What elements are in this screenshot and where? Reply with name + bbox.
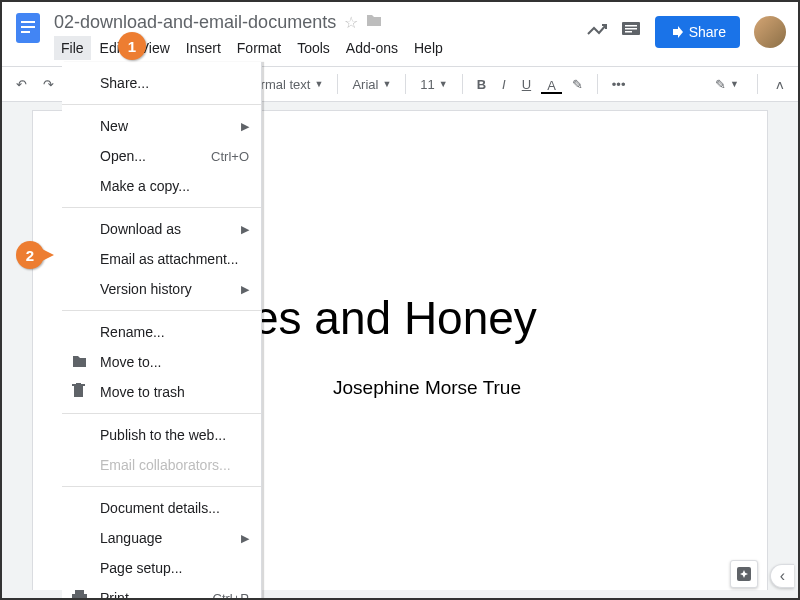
menu-new[interactable]: New▶: [62, 111, 261, 141]
more-button[interactable]: •••: [606, 73, 632, 96]
menu-move-to-trash[interactable]: Move to trash: [62, 377, 261, 407]
menu-email-attachment[interactable]: Email as attachment...: [62, 244, 261, 274]
text-color-button[interactable]: A: [541, 75, 562, 94]
file-menu-dropdown: Share... New▶ Open...Ctrl+O Make a copy.…: [62, 62, 262, 600]
menu-publish[interactable]: Publish to the web...: [62, 420, 261, 450]
editing-mode-select[interactable]: ✎▼: [709, 73, 745, 96]
svg-rect-6: [625, 28, 637, 30]
redo-button[interactable]: ↷: [37, 73, 60, 96]
menu-print[interactable]: PrintCtrl+P: [62, 583, 261, 600]
svg-rect-7: [625, 31, 632, 33]
menu-email-collaborators: Email collaborators...: [62, 450, 261, 480]
menu-format[interactable]: Format: [230, 36, 288, 60]
trash-icon: [72, 383, 85, 401]
share-label: Share: [689, 24, 726, 40]
svg-rect-3: [21, 31, 30, 33]
comment-icon[interactable]: [621, 21, 641, 44]
avatar[interactable]: [754, 16, 786, 48]
menu-rename[interactable]: Rename...: [62, 317, 261, 347]
menu-insert[interactable]: Insert: [179, 36, 228, 60]
svg-rect-10: [76, 383, 81, 385]
menu-help[interactable]: Help: [407, 36, 450, 60]
menu-open[interactable]: Open...Ctrl+O: [62, 141, 261, 171]
docs-logo-icon[interactable]: [10, 10, 46, 58]
svg-rect-11: [75, 590, 84, 594]
menu-move-to[interactable]: Move to...: [62, 347, 261, 377]
menu-make-copy[interactable]: Make a copy...: [62, 171, 261, 201]
share-button[interactable]: Share: [655, 16, 740, 48]
activity-icon[interactable]: [587, 22, 607, 43]
font-select[interactable]: Arial▼: [346, 73, 397, 96]
undo-button[interactable]: ↶: [10, 73, 33, 96]
menu-page-setup[interactable]: Page setup...: [62, 553, 261, 583]
collapse-toolbar-button[interactable]: ʌ: [770, 73, 790, 96]
folder-icon[interactable]: [366, 13, 382, 31]
side-panel-toggle[interactable]: ‹: [770, 564, 794, 588]
folder-icon: [72, 354, 87, 371]
explore-button[interactable]: [730, 560, 758, 588]
font-size-select[interactable]: 11▼: [414, 73, 453, 96]
svg-rect-5: [625, 25, 637, 27]
print-icon: [72, 590, 87, 601]
svg-rect-12: [72, 594, 87, 600]
page-title-text: es and Honey: [253, 291, 747, 345]
document-title[interactable]: 02-download-and-email-documents: [54, 12, 336, 33]
callout-1: 1: [118, 32, 146, 60]
menu-download-as[interactable]: Download as▶: [62, 214, 261, 244]
menu-document-details[interactable]: Document details...: [62, 493, 261, 523]
menu-version-history[interactable]: Version history▶: [62, 274, 261, 304]
menu-tools[interactable]: Tools: [290, 36, 337, 60]
page-subtitle-text: Josephine Morse True: [333, 377, 747, 399]
callout-2: 2: [16, 241, 44, 269]
highlight-button[interactable]: ✎: [566, 73, 589, 96]
menu-file[interactable]: File: [54, 36, 91, 60]
underline-button[interactable]: U: [516, 73, 537, 96]
menu-language[interactable]: Language▶: [62, 523, 261, 553]
svg-rect-1: [21, 21, 35, 23]
star-icon[interactable]: ☆: [344, 13, 358, 32]
menu-addons[interactable]: Add-ons: [339, 36, 405, 60]
italic-button[interactable]: I: [496, 73, 512, 96]
svg-rect-8: [74, 386, 83, 397]
svg-rect-2: [21, 26, 35, 28]
menu-share[interactable]: Share...: [62, 68, 261, 98]
bold-button[interactable]: B: [471, 73, 492, 96]
